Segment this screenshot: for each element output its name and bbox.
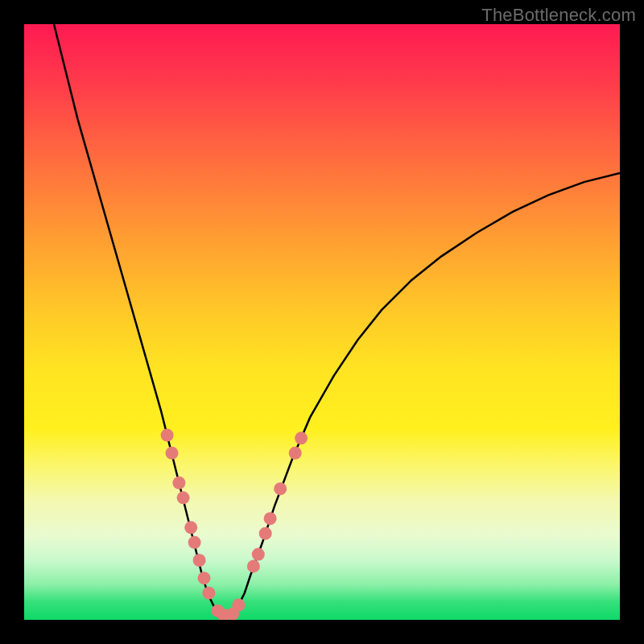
data-point (247, 559, 260, 572)
watermark-label: TheBottleneck.com (481, 5, 636, 26)
data-point (295, 431, 308, 444)
chart-frame (24, 24, 620, 620)
data-point (264, 512, 277, 525)
data-point (252, 548, 265, 561)
data-point (259, 527, 272, 540)
data-point (177, 491, 190, 504)
data-point (232, 599, 245, 612)
data-point (161, 429, 174, 442)
chart-svg (24, 24, 620, 620)
data-point (197, 572, 210, 584)
data-point (193, 554, 206, 567)
data-point (166, 447, 179, 460)
data-point (184, 521, 197, 534)
data-point (289, 447, 302, 460)
data-point (274, 482, 287, 495)
bottleneck-curve (54, 24, 620, 617)
data-point (202, 587, 215, 600)
data-point (172, 477, 185, 489)
data-point (188, 536, 201, 549)
